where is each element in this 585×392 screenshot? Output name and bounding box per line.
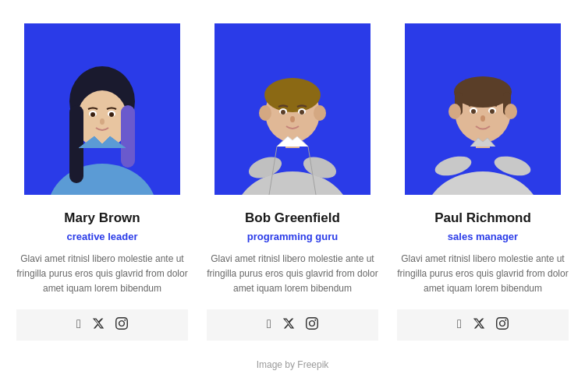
svg-rect-6 bbox=[69, 105, 83, 183]
bio-bob: Glavi amet ritnisl libero molestie ante … bbox=[207, 252, 378, 297]
name-bob: Bob Greenfield bbox=[245, 210, 340, 226]
bio-paul: Glavi amet ritnisl libero molestie ante … bbox=[397, 252, 569, 297]
role-paul: sales manager bbox=[448, 231, 518, 242]
svg-point-26 bbox=[290, 116, 295, 122]
instagram-icon-paul[interactable] bbox=[496, 317, 509, 333]
twitter-icon-paul[interactable] bbox=[473, 317, 485, 333]
svg-point-40 bbox=[471, 109, 476, 114]
instagram-icon-bob[interactable] bbox=[306, 317, 318, 333]
svg-point-10 bbox=[90, 112, 95, 117]
footer-credit: Image by Freepik bbox=[257, 359, 329, 370]
photo-bob bbox=[214, 23, 370, 195]
instagram-icon-mary[interactable] bbox=[115, 317, 128, 333]
svg-rect-7 bbox=[121, 105, 135, 168]
team-grid: Mary Brown creative leader Glavi amet ri… bbox=[16, 23, 569, 341]
socials-mary:  bbox=[16, 309, 188, 341]
svg-point-33 bbox=[454, 76, 512, 108]
team-card-mary: Mary Brown creative leader Glavi amet ri… bbox=[16, 23, 188, 341]
svg-point-42 bbox=[480, 115, 485, 122]
socials-bob:  bbox=[207, 309, 378, 341]
role-mary: creative leader bbox=[66, 231, 137, 242]
svg-point-12 bbox=[100, 118, 105, 125]
svg-point-41 bbox=[490, 109, 495, 114]
twitter-icon-mary[interactable] bbox=[92, 317, 105, 333]
svg-point-24 bbox=[281, 110, 285, 115]
svg-point-19 bbox=[264, 78, 321, 112]
svg-point-25 bbox=[300, 110, 304, 115]
facebook-icon-mary[interactable]:  bbox=[76, 317, 81, 333]
svg-point-36 bbox=[448, 104, 461, 119]
team-card-bob: Bob Greenfield programming guru Glavi am… bbox=[207, 23, 378, 341]
svg-point-37 bbox=[505, 104, 517, 119]
socials-paul:  bbox=[397, 309, 569, 341]
svg-point-21 bbox=[314, 105, 326, 121]
svg-point-20 bbox=[259, 105, 271, 121]
facebook-icon-paul[interactable]:  bbox=[457, 317, 462, 333]
svg-point-11 bbox=[109, 112, 114, 117]
team-card-paul: Paul Richmond sales manager Glavi amet r… bbox=[397, 23, 569, 341]
name-paul: Paul Richmond bbox=[434, 210, 531, 226]
name-mary: Mary Brown bbox=[64, 210, 140, 226]
role-bob: programming guru bbox=[247, 231, 338, 242]
bio-mary: Glavi amet ritnisl libero molestie ante … bbox=[16, 252, 188, 297]
photo-paul bbox=[405, 23, 561, 195]
photo-mary bbox=[24, 23, 180, 195]
facebook-icon-bob[interactable]:  bbox=[267, 317, 271, 333]
twitter-icon-bob[interactable] bbox=[282, 317, 295, 333]
